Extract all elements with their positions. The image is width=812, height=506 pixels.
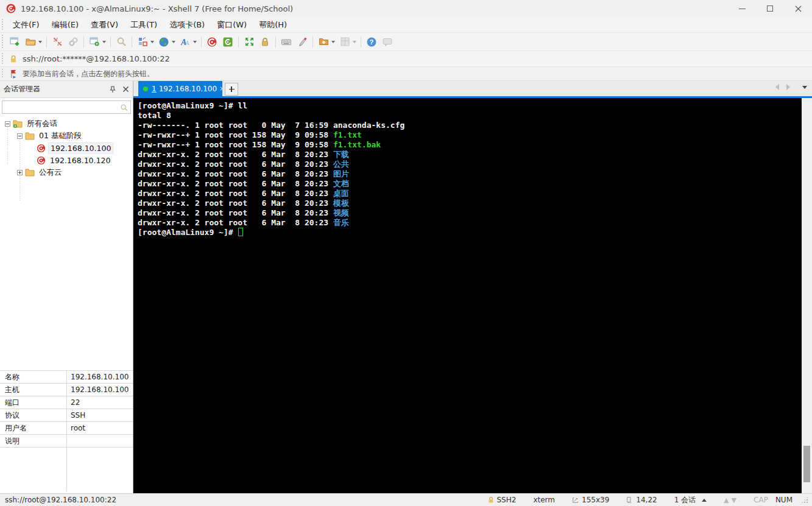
pin-icon[interactable] — [109, 86, 116, 93]
open-folder-dropdown[interactable] — [38, 41, 42, 43]
tree-item-label[interactable]: 192.168.10.100 — [48, 142, 113, 154]
terminal[interactable]: [root@AlmaLinux9 ~]# ll total 8 -rw-----… — [133, 98, 802, 493]
new-file-icon[interactable] — [316, 35, 331, 49]
prop-value[interactable]: 22 — [67, 398, 133, 407]
layout-dropdown[interactable] — [150, 41, 154, 43]
menu-tools[interactable]: 工具(T) — [124, 18, 163, 32]
menu-help[interactable]: 帮助(H) — [253, 18, 293, 32]
help-icon[interactable]: ? — [364, 35, 379, 49]
expand-icon[interactable] — [17, 170, 23, 175]
address-bar[interactable]: ssh://root:******@192.168.10.100:22 — [0, 51, 812, 67]
fullscreen-icon[interactable] — [242, 35, 256, 49]
highlight-icon[interactable] — [295, 35, 309, 49]
panel-close-icon[interactable] — [122, 86, 129, 93]
prop-value[interactable]: root — [67, 424, 133, 432]
flag-arrow-icon[interactable] — [9, 69, 18, 79]
tree-item-session-120[interactable]: 192.168.10.120 — [0, 154, 133, 166]
font-icon[interactable]: AA — [178, 35, 192, 49]
tab-close-icon[interactable]: × — [219, 85, 225, 93]
status-bar: ssh://root@192.168.10.100:22 SSH2 xterm … — [0, 493, 812, 506]
virtual-keyboard-icon[interactable] — [279, 35, 294, 49]
find-icon[interactable] — [114, 35, 129, 49]
terminal-area: 1 192.168.10.100 × [root@AlmaLinux9 ~]# … — [133, 81, 812, 493]
status-terminal-size: 155x39 — [563, 496, 618, 504]
tree-item-all-sessions[interactable]: 所有会话 — [0, 118, 133, 130]
arrow-up-icon[interactable]: ▲ — [724, 496, 729, 504]
table-row: 主机192.168.10.100 — [0, 384, 133, 396]
menu-tabs[interactable]: 选项卡(B) — [163, 18, 211, 32]
open-folder-icon[interactable] — [23, 35, 38, 49]
prop-value[interactable]: 192.168.10.100 — [67, 373, 133, 381]
new-file-dropdown[interactable] — [331, 41, 335, 43]
tile-windows-dropdown[interactable] — [353, 41, 356, 43]
xshell-icon[interactable] — [205, 35, 219, 49]
lock-toolbar-icon[interactable] — [258, 35, 272, 49]
search-icon[interactable] — [120, 104, 128, 111]
window-title: 192.168.10.100 - x@AlmaLinux9:~ - Xshell… — [21, 4, 293, 13]
web-icon[interactable] — [157, 35, 171, 49]
collapse-icon[interactable] — [5, 121, 10, 127]
tree-item-label[interactable]: 所有会话 — [25, 118, 59, 130]
tree-item-folder-cloud[interactable]: 公有云 — [0, 166, 133, 178]
prop-value[interactable]: SSH — [67, 411, 133, 420]
close-button[interactable] — [784, 0, 812, 17]
terminal-scrollbar[interactable] — [802, 98, 812, 493]
font-dropdown[interactable] — [193, 41, 197, 43]
resize-grip[interactable] — [801, 496, 808, 504]
prop-value[interactable]: 192.168.10.100 — [67, 385, 133, 394]
tree-item-session-100[interactable]: 192.168.10.100 — [0, 142, 133, 154]
prop-key: 说明 — [0, 435, 67, 447]
status-terminal-type[interactable]: xterm — [524, 496, 563, 504]
collapse-icon[interactable] — [17, 133, 23, 139]
table-row: 协议SSH — [0, 409, 133, 422]
tab-number: 1 — [152, 85, 157, 93]
web-dropdown[interactable] — [172, 41, 175, 43]
status-cursor-position: 14,22 — [618, 496, 665, 504]
menu-gripper[interactable] — [1, 19, 4, 30]
session-icon — [37, 144, 46, 153]
maximize-button[interactable] — [756, 0, 784, 17]
folder-icon — [25, 168, 35, 177]
session-properties-icon[interactable] — [87, 35, 102, 49]
toolbar-gripper[interactable] — [1, 35, 4, 49]
terminal-line: drwxr-xr-x. 2 root root 6 Mar 8 20:23 桌面 — [138, 189, 802, 199]
notice-gripper[interactable] — [1, 69, 4, 79]
tree-item-folder-01[interactable]: 01 基础阶段 — [0, 130, 133, 142]
terminal-cursor — [238, 228, 243, 236]
new-tab-button[interactable] — [225, 83, 238, 96]
menu-file[interactable]: 文件(F) — [7, 18, 46, 32]
menu-edit[interactable]: 编辑(E) — [46, 18, 85, 32]
menu-view[interactable]: 查看(V) — [85, 18, 124, 32]
tab-scroll-right-icon[interactable] — [786, 84, 790, 90]
session-search-input[interactable] — [2, 102, 120, 113]
status-scroll-arrows[interactable]: ▲ ▼ — [715, 496, 745, 504]
tab-session-100[interactable]: 1 192.168.10.100 × — [138, 81, 222, 96]
session-properties-dropdown[interactable] — [102, 41, 106, 43]
message-icon[interactable] — [380, 35, 395, 49]
terminal-line: drwxr-xr-x. 2 root root 6 Mar 8 20:23 音乐 — [138, 218, 802, 228]
tree-item-label[interactable]: 公有云 — [37, 167, 64, 178]
xftp-icon[interactable] — [221, 35, 235, 49]
status-session-count[interactable]: 1 会话 — [666, 495, 715, 505]
tab-scroll-left-icon[interactable] — [775, 84, 779, 90]
layout-icon[interactable] — [135, 35, 150, 49]
minimize-button[interactable] — [728, 0, 756, 17]
new-session-icon[interactable] — [7, 35, 22, 49]
menu-window[interactable]: 窗口(W) — [211, 18, 253, 32]
prop-key: 端口 — [0, 396, 67, 409]
disconnect-icon[interactable] — [50, 35, 65, 49]
terminal-line: -rw-rwxr--+ 1 root root 158 May 9 09:58 … — [138, 140, 802, 150]
reconnect-icon[interactable] — [66, 35, 80, 49]
tile-windows-icon[interactable] — [337, 35, 352, 49]
scrollbar-thumb[interactable] — [803, 446, 810, 482]
arrow-down-icon[interactable]: ▼ — [732, 496, 736, 504]
address-gripper[interactable] — [1, 53, 4, 65]
tree-item-label[interactable]: 192.168.10.120 — [48, 155, 112, 166]
tab-list-dropdown-icon[interactable] — [802, 86, 807, 89]
session-manager-title: 会话管理器 — [4, 84, 109, 94]
session-search-box[interactable] — [2, 100, 131, 114]
tab-bar: 1 192.168.10.100 × — [133, 81, 812, 96]
terminal-line: -rw-rwxr--+ 1 root root 158 May 9 09:58 … — [138, 130, 802, 140]
tree-item-label[interactable]: 01 基础阶段 — [37, 130, 83, 142]
titlebar[interactable]: 192.168.10.100 - x@AlmaLinux9:~ - Xshell… — [0, 0, 812, 17]
